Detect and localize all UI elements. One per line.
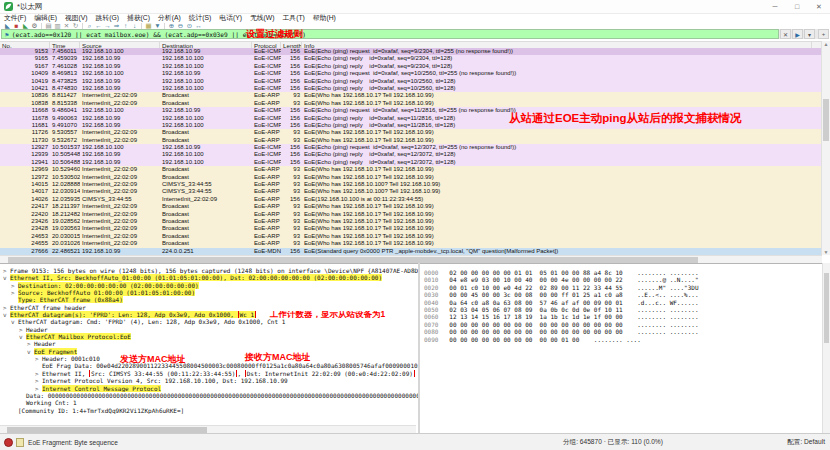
close-file-icon[interactable]: ✕ — [62, 22, 71, 29]
expander-icon[interactable]: v — [3, 311, 10, 318]
detail-line[interactable]: >Header: 0001c010 — [0, 355, 418, 362]
hex-row[interactable]: 0070 00 00 00 00 00 00 00 00 00 00 00 00… — [424, 321, 823, 328]
hex-row[interactable]: 0000 02 00 00 00 00 00 01 01 05 01 00 00… — [424, 269, 823, 276]
expander-icon[interactable]: > — [35, 385, 42, 392]
detail-line[interactable]: vEtherCAT datagram: Cmd: 'FPRD' (4), Len… — [0, 318, 418, 325]
packet-row[interactable]: 1292710.501537192.168.10.100192.168.10.9… — [0, 144, 822, 151]
hex-row[interactable]: 0060 12 13 14 15 16 17 18 19 1a 1b 1c 1d… — [424, 313, 823, 320]
packet-row[interactable]: 2465320.030015InternetInit_22:02:09Broad… — [0, 233, 822, 240]
menu-view[interactable]: 视图(V) — [61, 13, 92, 23]
go-bottom-icon[interactable]: ↓ — [130, 22, 139, 29]
packet-row[interactable]: 2342819.030563InternetInit_22:02:09Broad… — [0, 225, 822, 232]
zoom-reset-icon[interactable]: ⊙ — [185, 22, 194, 29]
detail-line[interactable]: >Destination: 02:00:00:00:00:00 (02:00:0… — [0, 282, 418, 289]
expander-icon[interactable]: > — [3, 267, 10, 274]
packet-row[interactable]: 104198.473825192.168.10.99192.168.10.100… — [0, 78, 822, 85]
expander-icon[interactable]: > — [35, 370, 42, 377]
minimize-button[interactable]: ─ — [764, 0, 786, 13]
detail-line[interactable]: >Header — [0, 340, 418, 347]
menu-statistics[interactable]: 统计(S) — [185, 13, 216, 23]
detail-line[interactable]: >Internet Control Message Protocol — [0, 385, 418, 392]
hex-row[interactable]: 0020 00 01 c0 10 00 e0 4d 22 02 89 00 11… — [424, 284, 823, 291]
colorize-icon[interactable]: ▦ — [144, 22, 153, 29]
maximize-button[interactable]: □ — [786, 0, 808, 13]
packet-row[interactable]: 2242018.212482InternetInit_22:02:09Broad… — [0, 211, 822, 218]
packet-row[interactable]: 1401512.028888InternetInit_22:02:09CIMSY… — [0, 181, 822, 188]
autoscroll-icon[interactable]: ▼ — [153, 22, 162, 29]
menu-edit[interactable]: 编辑(E) — [30, 13, 61, 23]
detail-line[interactable]: vEtherCAT Mailbox Protocol:EoE — [0, 333, 418, 340]
detail-line[interactable]: Data: 0000000000000000000000000000000000… — [0, 392, 418, 399]
detail-line[interactable]: >Ethernet II, Src: CIMSYS_33:44:55 (00:1… — [0, 370, 418, 377]
menu-telephony[interactable]: 电话(Y) — [215, 13, 246, 23]
packet-list-vertical-scrollbar[interactable]: ▲ ▼ — [821, 41, 830, 255]
expander-icon[interactable]: v — [19, 333, 26, 340]
packet-row[interactable]: 2766622.486521192.168.10.99224.0.0.251Eo… — [0, 248, 822, 255]
packet-row[interactable]: 1402612.035935CIMSYS_33:44:55InternetIni… — [0, 196, 822, 203]
reload-icon[interactable]: ↻ — [71, 22, 80, 29]
packet-row[interactable]: 1293910.505448192.168.10.99192.168.10.10… — [0, 151, 822, 158]
expander-icon[interactable]: > — [27, 340, 34, 347]
hex-row[interactable]: 0040 0a 64 c0 a8 0a 63 08 00 57 46 af af… — [424, 299, 823, 306]
capture-options-icon[interactable]: ⚙ — [30, 22, 39, 29]
packet-row[interactable]: 1296910.529460InternetInit_22:02:09Broad… — [0, 166, 822, 173]
hex-row[interactable]: 0090 00 00 00 00 00 00 00 00 00 00 01 00… — [424, 336, 823, 343]
go-top-icon[interactable]: ↑ — [121, 22, 130, 29]
packet-row[interactable]: 91677.461028192.168.10.99192.168.10.100E… — [0, 63, 822, 70]
detail-line[interactable]: >Frame 9153: 156 bytes on wire (1248 bit… — [0, 267, 418, 274]
hex-row[interactable]: 0050 02 03 04 05 06 07 08 09 0a 0b 0c 0d… — [424, 306, 823, 313]
packet-row[interactable]: 1294110.506488192.168.10.99192.168.10.10… — [0, 159, 822, 166]
menu-analyze[interactable]: 分析(A) — [154, 13, 185, 23]
find-packet-icon[interactable]: ⌕ — [85, 22, 94, 29]
filter-apply-icon[interactable]: ▶ — [792, 29, 803, 39]
packet-row[interactable]: 117309.532672InternetInit_22:02:09Broadc… — [0, 137, 822, 144]
resize-columns-icon[interactable]: ↔ — [194, 22, 203, 29]
scroll-thumb[interactable] — [824, 273, 829, 343]
menu-file[interactable]: 文件(F) — [0, 13, 30, 23]
display-filter-input[interactable]: ⚑ (ecat.ado==0x120 || ecat_mailbox.eoe) … — [1, 29, 779, 39]
menu-capture[interactable]: 捕获(C) — [123, 13, 154, 23]
capture-start-icon[interactable]: ◣ — [3, 22, 12, 29]
hex-row[interactable]: 0030 00 00 45 00 00 3c 00 08 00 00 ff 01… — [424, 291, 823, 298]
packet-row[interactable]: 2342619.028562InternetInit_22:02:09Broad… — [0, 218, 822, 225]
open-file-icon[interactable]: ▤ — [44, 22, 53, 29]
expander-icon[interactable]: > — [11, 289, 18, 296]
scroll-up-icon[interactable]: ▲ — [822, 41, 830, 47]
packet-row[interactable]: 91657.459039192.168.10.99192.168.10.100E… — [0, 55, 822, 62]
menu-help[interactable]: 帮助(H) — [309, 13, 340, 23]
menu-tools[interactable]: 工具(T) — [279, 13, 309, 23]
go-to-packet-icon[interactable]: ⇒ — [112, 22, 121, 29]
capture-comment-icon[interactable] — [16, 438, 24, 447]
filter-bookmark-icon[interactable]: ⚑ — [5, 31, 9, 38]
expander-icon[interactable]: > — [3, 304, 10, 311]
hex-row[interactable]: 0010 04 e8 e9 03 00 10 00 40 00 00 4e 00… — [424, 276, 823, 283]
detail-line[interactable]: >Header — [0, 326, 418, 333]
filter-dropdown-icon[interactable]: ▾ — [804, 29, 815, 39]
packet-row[interactable]: 2465520.031026InternetInit_22:02:09Broad… — [0, 240, 822, 247]
detail-line[interactable]: >Source: BeckhoffAuto_01:00:00 (01:01:05… — [0, 289, 418, 296]
zoom-out-icon[interactable]: ⊖ — [176, 22, 185, 29]
detail-line[interactable]: >EtherCAT frame header — [0, 304, 418, 311]
expert-info-icon[interactable] — [4, 438, 13, 447]
detail-line[interactable]: vEthernet II, Src: BeckhoffAuto_01:00:00… — [0, 274, 418, 281]
packet-row[interactable]: 117269.530557InternetInit_22:02:09Broadc… — [0, 129, 822, 136]
detail-line[interactable]: Type: EtherCAT frame (0x88a4) — [0, 296, 418, 303]
save-file-icon[interactable]: ▥ — [53, 22, 62, 29]
detail-line[interactable]: >Internet Protocol Version 4, Src: 192.1… — [0, 377, 418, 384]
packet-row[interactable]: 104218.474830192.168.10.99192.168.10.100… — [0, 85, 822, 92]
detail-line[interactable]: vEoE Fragment — [0, 348, 418, 355]
menu-go[interactable]: 跳转(G) — [92, 13, 123, 23]
expander-icon[interactable]: > — [11, 282, 18, 289]
capture-restart-icon[interactable]: ◣ — [21, 22, 30, 29]
packet-row[interactable]: 2241718.211397InternetInit_22:02:09Broad… — [0, 203, 822, 210]
expander-icon[interactable]: > — [35, 377, 42, 384]
filter-add-button[interactable]: + — [818, 29, 829, 39]
capture-stop-icon[interactable]: ■ — [12, 22, 21, 29]
scroll-down-icon[interactable]: ▼ — [822, 249, 830, 255]
close-button[interactable]: ✕ — [808, 0, 830, 13]
expander-icon[interactable]: > — [19, 326, 26, 333]
detail-line[interactable]: vEtherCAT datagram(s): 'FPRD': Len: 128,… — [0, 311, 418, 318]
packet-row[interactable]: 1297210.530502InternetInit_22:02:09Broad… — [0, 174, 822, 181]
packet-row[interactable]: 108368.811427InternetInit_22:02:09Broadc… — [0, 92, 822, 99]
scroll-thumb[interactable] — [823, 99, 829, 141]
